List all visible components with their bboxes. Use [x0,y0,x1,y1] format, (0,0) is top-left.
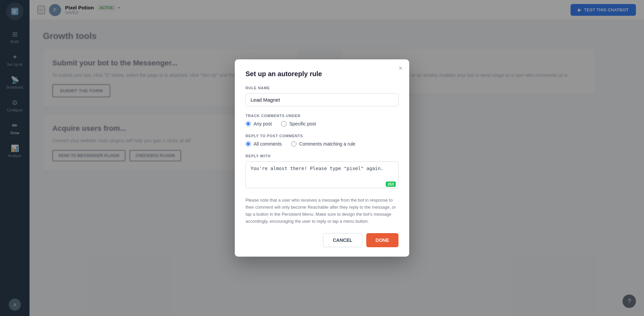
modal-overlay: Set up an autoreply rule × RULE NAME TRA… [0,0,644,316]
specific-post-label: Specific post [289,121,316,126]
reply-with-section: REPLY WITH You're almost there! Please t… [246,154,398,190]
all-comments-label: All comments [254,141,282,147]
all-comments-radio[interactable] [246,141,251,147]
reply-with-input[interactable]: You're almost there! Please type "pixel"… [246,161,398,188]
matching-rule-option[interactable]: Comments matching a rule [291,141,355,147]
reply-textarea-wrapper: You're almost there! Please type "pixel"… [246,161,398,190]
autoreply-modal: Set up an autoreply rule × RULE NAME TRA… [235,59,409,256]
all-comments-option[interactable]: All comments [246,141,282,147]
modal-title: Set up an autoreply rule [246,70,398,78]
done-button[interactable]: DONE [366,233,398,247]
specific-post-option[interactable]: Specific post [281,121,316,126]
specific-post-radio[interactable] [281,121,286,126]
track-comments-section: TRACK COMMENTS UNDER Any post Specific p… [246,114,398,126]
rule-name-input[interactable] [246,93,398,106]
track-radio-group: Any post Specific post [246,121,398,126]
rule-name-label: RULE NAME [246,86,398,90]
modal-close-button[interactable]: × [398,65,402,71]
reply-to-radio-group: All comments Comments matching a rule [246,141,398,147]
rule-name-section: RULE NAME [246,86,398,106]
modal-footer: CANCEL DONE [246,233,398,247]
track-label: TRACK COMMENTS UNDER [246,114,398,118]
modal-note: Please note that a user who receives a m… [246,197,398,225]
reply-with-label: REPLY WITH [246,154,398,158]
reply-to-label: REPLY TO POST COMMENTS [246,134,398,138]
reply-to-section: REPLY TO POST COMMENTS All comments Comm… [246,134,398,147]
any-post-label: Any post [254,121,272,126]
char-count-badge: 253 [386,181,396,187]
any-post-radio[interactable] [246,121,251,126]
cancel-button[interactable]: CANCEL [323,233,362,247]
matching-rule-radio[interactable] [291,141,297,147]
matching-rule-label: Comments matching a rule [299,141,355,147]
any-post-option[interactable]: Any post [246,121,272,126]
